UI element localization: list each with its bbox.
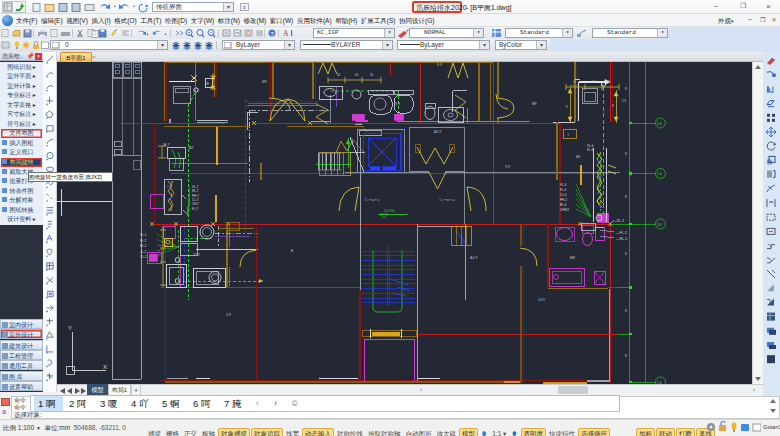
svg-text:1-6: 1-6	[657, 223, 662, 227]
svg-text:VL-6: VL-6	[560, 183, 567, 187]
svg-text:RL-6: RL-6	[560, 203, 567, 207]
svg-text:A9: A9	[189, 146, 193, 150]
svg-text:Y: Y	[68, 325, 72, 331]
svg-text:—XL-2: —XL-2	[613, 219, 624, 223]
svg-text:8: 8	[625, 87, 627, 91]
svg-text:3-L户型裝置: 3-L户型裝置	[439, 198, 455, 202]
svg-text:31.9: 31.9	[193, 253, 200, 257]
svg-text:8: 8	[566, 105, 568, 109]
svg-text:9.9: 9.9	[505, 165, 510, 169]
svg-text:3-L户型裝置: 3-L户型裝置	[364, 198, 380, 202]
svg-text:A9: A9	[576, 155, 580, 159]
svg-text:V6-7: V6-7	[163, 143, 170, 147]
svg-text:PH-2: PH-2	[560, 198, 567, 202]
svg-text:E: E	[207, 81, 210, 86]
svg-text:8: 8	[625, 252, 627, 256]
svg-text:8: 8	[625, 152, 627, 156]
svg-text:CL-2: CL-2	[140, 255, 147, 259]
svg-text:FL-6: FL-6	[560, 188, 567, 192]
svg-text:M9: M9	[532, 102, 537, 106]
svg-text:CHW2: CHW2	[560, 208, 569, 212]
svg-text:A4.9: A4.9	[470, 256, 477, 260]
svg-text:8: 8	[625, 354, 627, 358]
svg-text:JL-2: JL-2	[140, 250, 146, 254]
svg-text:—FL-2: —FL-2	[616, 231, 627, 235]
svg-text:60: 60	[592, 80, 596, 84]
svg-text:A2.9: A2.9	[434, 130, 441, 134]
svg-text:M8: M8	[570, 256, 575, 260]
svg-text:RL-2: RL-2	[140, 244, 147, 248]
svg-text:40: 40	[370, 73, 374, 77]
svg-text:M9: M9	[262, 80, 267, 84]
svg-text:1-6: 1-6	[657, 122, 662, 126]
svg-text:8: 8	[625, 309, 627, 313]
svg-text:8: 8	[625, 195, 627, 199]
svg-text:VL-2: VL-2	[140, 233, 147, 237]
svg-text:1-6: 1-6	[657, 172, 662, 176]
svg-text:1: 1	[567, 132, 570, 137]
svg-text:2.9: 2.9	[622, 99, 626, 103]
svg-text:10.9: 10.9	[538, 298, 545, 302]
svg-text:B: B	[291, 249, 294, 253]
svg-text:X: X	[103, 364, 107, 370]
svg-text:9.9: 9.9	[395, 102, 400, 106]
svg-text:CL-6: CL-6	[560, 193, 567, 197]
svg-text:FL-2: FL-2	[140, 239, 147, 243]
svg-text:8: 8	[612, 104, 614, 108]
svg-text:—RL-1: —RL-1	[616, 237, 627, 241]
svg-text:40: 40	[337, 73, 341, 77]
svg-text:3.9: 3.9	[226, 313, 231, 317]
svg-text:9.9: 9.9	[437, 63, 442, 67]
svg-text:FL-6: FL-6	[587, 148, 594, 152]
svg-text:60: 60	[355, 73, 359, 77]
svg-text:40: 40	[573, 80, 577, 84]
svg-text:40: 40	[607, 80, 611, 84]
svg-text:13.500: 13.500	[384, 209, 395, 213]
svg-text:FL-7: FL-7	[192, 207, 199, 211]
svg-text:A: A	[283, 29, 289, 38]
